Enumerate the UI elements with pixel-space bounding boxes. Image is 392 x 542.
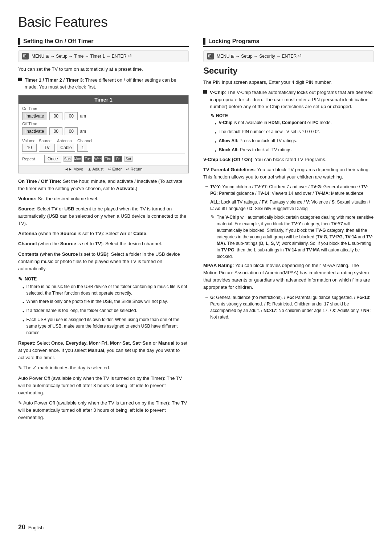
off-time-controls: Inactivate 00 00 am: [22, 127, 185, 135]
off-time-ampm[interactable]: am: [80, 129, 86, 134]
heading-bar: [18, 38, 20, 45]
note-box-right: ✎ NOTE • V-Chip is not available in HDMI…: [203, 113, 374, 154]
note-dot-1: •: [23, 285, 24, 296]
day-sat[interactable]: Sat: [124, 156, 132, 162]
dash-text-1: TV-Y: Young children / TV-Y7: Children 7…: [210, 184, 374, 197]
note-text-4: Each USB you use is assigned its own fol…: [26, 316, 189, 336]
note-item-2: • When there is only one photo file in t…: [18, 298, 189, 305]
repeat-label: Repeat: [22, 157, 42, 161]
source-header: Source: [39, 139, 55, 143]
on-time-minute[interactable]: 00: [65, 112, 78, 120]
note-text-1: If there is no music file on the USB dev…: [26, 283, 189, 296]
timer-widget: Timer 1 On Time Inactivate 00 00 am Off …: [18, 95, 189, 173]
right-note-1: • V-Chip is not available in HDMI, Compo…: [211, 119, 374, 127]
volume-header: Volume: [22, 139, 37, 143]
channel-value[interactable]: 1: [77, 144, 88, 152]
off-time-hour[interactable]: 00: [49, 127, 62, 135]
day-fri[interactable]: Fri: [114, 156, 122, 162]
on-time-row: On Time: [22, 106, 185, 111]
antenna-text: Antenna (when the Source is set to TV): …: [18, 230, 189, 237]
right-note-2: • The default PIN number of a new TV set…: [211, 128, 374, 136]
page-title: Basic Features: [18, 15, 374, 30]
on-time-controls: Inactivate 00 00 am: [22, 112, 185, 120]
menu-path-security: MENU ⊞ → Setup → Security → ENTER ⏎: [203, 50, 374, 62]
note-text-2: When there is only one photo file in the…: [26, 298, 168, 305]
note-item-4: • Each USB you use is assigned its own f…: [18, 316, 189, 336]
dash-item-2: – ALL: Lock all TV ratings. / FV: Fantas…: [203, 199, 374, 212]
right-note-3: • Allow All: Press to unlock all TV rati…: [211, 137, 374, 145]
note-dot-2: •: [23, 300, 24, 305]
volume-text: Volume: Set the desired volume level.: [18, 195, 189, 202]
left-column: Setting the On / Off Timer MENU ⊞ → Setu…: [18, 38, 189, 424]
contents-text: Contents (when the Source is set to USB)…: [18, 251, 189, 272]
source-value[interactable]: TV: [39, 144, 55, 152]
on-off-time-text: On Time / Off Time: Set the hour, minute…: [18, 178, 189, 192]
vchip-auto-text: The V-Chip will automatically block cert…: [217, 214, 374, 260]
vol-src-ant-ch-headers: Volume Source Antenna Channel: [22, 139, 185, 143]
timer-bullet-label: Timer 1 / Timer 2 / Timer 3: [25, 77, 83, 83]
right-note-dot-1: •: [215, 121, 217, 127]
page-number-container: 20 English: [18, 523, 44, 531]
section-heading-timer: Setting the On / Off Timer: [18, 38, 189, 47]
channel-text: Channel (when the Source is set to TV): …: [18, 240, 189, 247]
source-text: Source: Select TV or USB content to be p…: [18, 205, 189, 227]
on-time-inactivate[interactable]: Inactivate: [22, 112, 47, 120]
menu-icon-right: [207, 53, 214, 59]
note-pencil-icon-right: ✎: [211, 113, 214, 118]
page-number: 20: [18, 523, 25, 531]
note-label-right: NOTE: [216, 113, 228, 118]
section-heading-locking: Locking Programs: [203, 38, 374, 47]
note-dot-4: •: [23, 318, 24, 336]
nav-move: ◄► Move: [64, 167, 83, 172]
timer-title: Timer 1: [19, 95, 188, 104]
menu-path-security-text: MENU ⊞ → Setup → Security → ENTER ⏎: [217, 54, 301, 59]
off-time-minute[interactable]: 00: [65, 127, 78, 135]
day-mon[interactable]: Mon: [74, 156, 82, 162]
auto-power-text: Auto Power Off (available only when the …: [18, 375, 189, 397]
repeat-value[interactable]: Once: [44, 155, 61, 163]
off-time-label: Off Time: [22, 122, 42, 126]
note-text-3: If a folder name is too long, the folder…: [26, 307, 138, 315]
on-time-ampm[interactable]: am: [80, 114, 86, 119]
vchip-text: : The V-Chip feature automatically locks…: [210, 90, 372, 109]
antenna-value[interactable]: Cable: [57, 144, 75, 152]
right-note-text-2: The default PIN number of a new TV set i…: [219, 128, 320, 136]
off-time-row: Off Time: [22, 122, 185, 126]
vol-src-ant-ch-values: 10 TV Cable 1: [22, 144, 185, 152]
timer-nav: ◄► Move ▲ Adjust ⏎ Enter ↩ Return: [19, 165, 188, 173]
tv-parental-text: TV Parental Guidelines: You can block TV…: [203, 166, 374, 181]
note-item-1: • If there is no music file on the USB d…: [18, 283, 189, 296]
nav-enter: ⏎ Enter: [108, 167, 122, 172]
note-header-left: ✎ NOTE: [18, 276, 189, 282]
vchip-label: V-Chip: [210, 90, 225, 95]
day-sun[interactable]: Sun: [64, 156, 72, 162]
note-dot-3: •: [23, 309, 24, 315]
channel-header: Channel: [77, 139, 95, 143]
vchip-auto-item: ✎ The V-Chip will automatically block ce…: [203, 214, 374, 260]
right-note-4: • Block All: Press to lock all TV rating…: [211, 147, 374, 154]
section-heading-label: Setting the On / Off Timer: [23, 38, 94, 45]
checkmark-note: ✎ The ✓ mark indicates the day is select…: [18, 364, 189, 371]
right-column: Locking Programs MENU ⊞ → Setup → Securi…: [203, 38, 374, 424]
heading-bar-right: [203, 38, 205, 45]
mpaa-dash-sym: –: [205, 294, 208, 320]
mpaa-dash-text: G: General audience (no restrictions). /…: [210, 294, 374, 320]
nav-return: ↩ Return: [126, 167, 142, 172]
day-thu[interactable]: Thu: [104, 156, 112, 162]
note-pencil-icon: ✎: [18, 276, 23, 282]
menu-path-timer: MENU ⊞ → Setup → Time → Timer 1 → ENTER …: [18, 50, 189, 62]
day-tue[interactable]: Tue: [84, 156, 92, 162]
off-time-inactivate[interactable]: Inactivate: [22, 127, 47, 135]
section-heading-locking-label: Locking Programs: [208, 38, 259, 45]
timer-bullet-text: Timer 1 / Timer 2 / Timer 3: Three diffe…: [25, 77, 189, 91]
note-item-3: • If a folder name is too long, the fold…: [18, 307, 189, 315]
on-time-label: On Time: [22, 106, 42, 111]
dash-sym-1: –: [205, 184, 208, 197]
day-wed[interactable]: Wed: [94, 156, 102, 162]
volume-value[interactable]: 10: [22, 144, 37, 152]
vchip-bullet-text: V-Chip: The V-Chip feature automatically…: [210, 89, 374, 110]
repeat-body-text: Repeat: Select Once, Everyday, Mon~Fri, …: [18, 340, 189, 361]
on-time-hour[interactable]: 00: [49, 112, 62, 120]
note-label-left: NOTE: [25, 276, 37, 282]
timer-bullet: Timer 1 / Timer 2 / Timer 3: Three diffe…: [18, 77, 189, 91]
